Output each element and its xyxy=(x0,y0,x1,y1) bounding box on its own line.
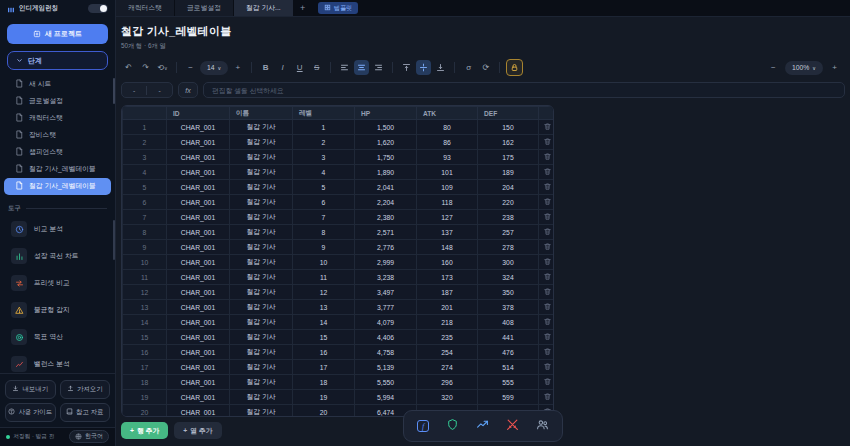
trash-icon[interactable] xyxy=(543,152,552,161)
data-cell[interactable]: 5 xyxy=(293,180,355,195)
data-cell[interactable]: 2,041 xyxy=(355,180,417,195)
guide-button[interactable]: 사용 가이드 xyxy=(5,403,56,422)
tool-list-scrollbar[interactable] xyxy=(113,220,115,260)
data-cell[interactable]: CHAR_001 xyxy=(167,195,230,210)
data-cell[interactable]: 18 xyxy=(293,375,355,390)
data-cell[interactable]: 철갑 기사 xyxy=(230,180,293,195)
sigma-button[interactable]: σ xyxy=(461,60,476,75)
trash-icon[interactable] xyxy=(543,392,552,401)
font-size-decrease-button[interactable]: − xyxy=(183,60,198,75)
trend-tool-button[interactable] xyxy=(476,417,489,435)
align-left-button[interactable] xyxy=(337,60,352,75)
data-cell[interactable]: 109 xyxy=(417,180,478,195)
data-cell[interactable]: 철갑 기사 xyxy=(230,270,293,285)
data-cell[interactable]: 철갑 기사 xyxy=(230,135,293,150)
align-right-button[interactable] xyxy=(371,60,386,75)
row-number-cell[interactable]: 13 xyxy=(123,300,167,315)
data-cell[interactable]: 2,571 xyxy=(355,225,417,240)
sidebar-sheet-item[interactable]: 글로벌설정 xyxy=(4,93,111,110)
data-cell[interactable]: 7 xyxy=(293,210,355,225)
sidebar-sheet-item[interactable]: 캐릭터스탯 xyxy=(4,110,111,127)
data-cell[interactable]: 5,994 xyxy=(355,390,417,405)
data-cell[interactable]: CHAR_001 xyxy=(167,165,230,180)
theme-toggle[interactable] xyxy=(88,4,108,13)
undo-button[interactable]: ↶ xyxy=(121,60,136,75)
data-cell[interactable]: CHAR_001 xyxy=(167,270,230,285)
row-number-cell[interactable]: 11 xyxy=(123,270,167,285)
data-cell[interactable]: 514 xyxy=(478,360,539,375)
trash-icon[interactable] xyxy=(543,302,552,311)
sidebar-tool-item[interactable]: 프리셋 비교 xyxy=(4,270,111,297)
data-cell[interactable]: 철갑 기사 xyxy=(230,345,293,360)
data-cell[interactable]: 철갑 기사 xyxy=(230,120,293,135)
data-cell[interactable]: 408 xyxy=(478,315,539,330)
row-number-cell[interactable]: 9 xyxy=(123,240,167,255)
sidebar-sheet-item[interactable]: 새 시트 xyxy=(4,76,111,93)
data-cell[interactable]: 137 xyxy=(417,225,478,240)
data-cell[interactable]: 173 xyxy=(417,270,478,285)
data-cell[interactable]: 101 xyxy=(417,165,478,180)
data-cell[interactable]: 5,139 xyxy=(355,360,417,375)
shield-tool-button[interactable] xyxy=(446,417,459,435)
trash-icon[interactable] xyxy=(543,377,552,386)
sidebar-tool-item[interactable]: 불균형 감지 xyxy=(4,297,111,324)
redo-button[interactable]: ↷ xyxy=(138,60,153,75)
template-button[interactable]: 템플릿 xyxy=(318,2,359,14)
zoom-level-select[interactable]: 100%∨ xyxy=(785,61,823,75)
history-button[interactable]: ⟲∨ xyxy=(155,60,170,75)
valign-top-button[interactable] xyxy=(399,60,414,75)
trash-icon[interactable] xyxy=(543,227,552,236)
row-number-cell[interactable]: 10 xyxy=(123,255,167,270)
data-cell[interactable]: 철갑 기사 xyxy=(230,210,293,225)
formula-input[interactable] xyxy=(203,82,845,98)
data-cell[interactable]: CHAR_001 xyxy=(167,360,230,375)
data-cell[interactable]: 철갑 기사 xyxy=(230,360,293,375)
data-cell[interactable]: 201 xyxy=(417,300,478,315)
data-cell[interactable]: 162 xyxy=(478,135,539,150)
reference-button[interactable]: 참고 자료 xyxy=(60,403,111,422)
sheet-list-scrollbar[interactable] xyxy=(113,78,115,104)
data-cell[interactable]: 철갑 기사 xyxy=(230,285,293,300)
data-cell[interactable]: 철갑 기사 xyxy=(230,330,293,345)
trash-icon[interactable] xyxy=(543,362,552,371)
data-cell[interactable]: CHAR_001 xyxy=(167,315,230,330)
data-cell[interactable]: CHAR_001 xyxy=(167,225,230,240)
data-cell[interactable]: 150 xyxy=(478,120,539,135)
bold-button[interactable]: B xyxy=(258,60,273,75)
import-button[interactable]: 가져오기 xyxy=(60,380,111,399)
sheet-group-header[interactable]: 단계 xyxy=(7,51,108,70)
data-cell[interactable]: 300 xyxy=(478,255,539,270)
tab-global-settings[interactable]: 글로벌설정 xyxy=(175,0,234,16)
trash-icon[interactable] xyxy=(543,182,552,191)
data-cell[interactable]: 127 xyxy=(417,210,478,225)
row-number-cell[interactable]: 19 xyxy=(123,390,167,405)
data-cell[interactable]: 189 xyxy=(478,165,539,180)
data-cell[interactable]: 3 xyxy=(293,150,355,165)
column-header[interactable]: DEF xyxy=(478,107,539,120)
data-cell[interactable]: CHAR_001 xyxy=(167,150,230,165)
data-cell[interactable]: 철갑 기사 xyxy=(230,405,293,418)
data-cell[interactable]: 118 xyxy=(417,195,478,210)
data-cell[interactable]: 320 xyxy=(417,390,478,405)
data-cell[interactable]: 1,620 xyxy=(355,135,417,150)
zoom-out-button[interactable]: − xyxy=(766,60,781,75)
column-header[interactable]: ID xyxy=(167,107,230,120)
row-number-cell[interactable]: 12 xyxy=(123,285,167,300)
data-cell[interactable]: 257 xyxy=(478,225,539,240)
column-header[interactable]: ATK xyxy=(417,107,478,120)
data-cell[interactable]: 1,890 xyxy=(355,165,417,180)
trash-icon[interactable] xyxy=(543,242,552,251)
data-cell[interactable]: 5,550 xyxy=(355,375,417,390)
data-cell[interactable]: 15 xyxy=(293,330,355,345)
column-header[interactable]: 이름 xyxy=(230,107,293,120)
data-cell[interactable]: 2,776 xyxy=(355,240,417,255)
sidebar-sheet-item[interactable]: 챔피언스탯 xyxy=(4,144,111,161)
row-number-cell[interactable]: 14 xyxy=(123,315,167,330)
data-cell[interactable]: 148 xyxy=(417,240,478,255)
sidebar-tool-item[interactable]: 밸런스 분석 xyxy=(4,351,111,373)
data-cell[interactable]: CHAR_001 xyxy=(167,240,230,255)
tab-armored-knight[interactable]: 철갑 기사... xyxy=(234,0,294,16)
row-number-cell[interactable]: 3 xyxy=(123,150,167,165)
trash-icon[interactable] xyxy=(543,287,552,296)
data-cell[interactable]: 철갑 기사 xyxy=(230,255,293,270)
